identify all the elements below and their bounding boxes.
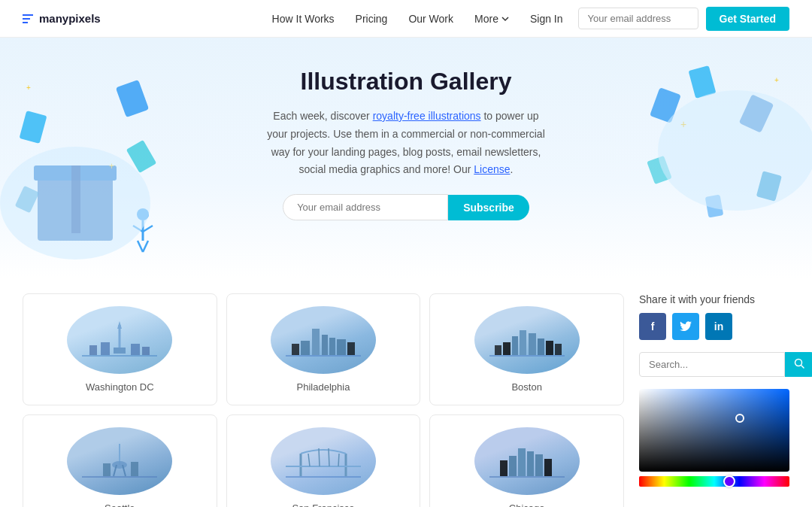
svg-rect-39 — [292, 344, 299, 355]
nav-how-it-works[interactable]: How It Works — [272, 13, 335, 25]
nav-links: How It Works Pricing Our Work More Sign … — [272, 13, 563, 25]
svg-line-9 — [133, 226, 143, 232]
royalty-free-link[interactable]: royalty-free illustrations — [373, 110, 481, 122]
svg-rect-40 — [347, 342, 355, 355]
svg-rect-50 — [82, 476, 157, 478]
svg-rect-67 — [527, 451, 534, 476]
search-button[interactable] — [785, 352, 812, 377]
svg-rect-70 — [500, 460, 508, 476]
svg-rect-41 — [489, 355, 565, 357]
svg-rect-19 — [647, 156, 671, 184]
nav-email-input[interactable] — [578, 8, 698, 29]
hero-email-input[interactable] — [283, 194, 448, 220]
svg-rect-44 — [529, 333, 536, 355]
hero-section: + + + + Illustration Gallery Each week, … — [0, 38, 812, 278]
card-image-san-francisco — [271, 427, 376, 495]
svg-rect-68 — [509, 456, 517, 476]
hero-title: Illustration Gallery — [15, 68, 797, 96]
card-label-seattle: Seattle — [105, 502, 135, 507]
svg-line-63 — [329, 448, 329, 466]
gallery-card-boston[interactable]: Boston — [429, 293, 624, 405]
svg-text:+: + — [109, 161, 114, 172]
svg-rect-46 — [503, 342, 511, 355]
svg-rect-34 — [312, 329, 320, 355]
svg-rect-66 — [518, 448, 526, 476]
svg-text:+: + — [680, 118, 686, 130]
facebook-share-button[interactable]: f — [639, 313, 666, 340]
svg-rect-47 — [546, 341, 553, 355]
svg-rect-1 — [34, 165, 117, 181]
svg-rect-57 — [286, 476, 361, 478]
card-image-washington-dc — [67, 306, 172, 374]
twitter-share-button[interactable] — [672, 313, 699, 340]
svg-rect-5 — [126, 140, 157, 173]
svg-rect-31 — [89, 345, 97, 355]
color-picker[interactable] — [639, 389, 789, 472]
hero-form: Subscribe — [15, 194, 797, 220]
svg-line-11 — [138, 241, 143, 252]
main-content: Washington DC Philadelphia — [0, 278, 812, 507]
svg-rect-55 — [103, 463, 111, 476]
svg-line-64 — [338, 454, 339, 466]
nav-get-started-button[interactable]: Get Started — [706, 7, 789, 31]
gallery-card-san-francisco[interactable]: San Francisco — [226, 414, 421, 507]
hero-description: Each week, discover royalty-free illustr… — [263, 108, 549, 179]
color-picker-gradient — [639, 389, 789, 472]
card-image-philadelphia — [271, 306, 376, 374]
linkedin-share-button[interactable]: in — [705, 313, 732, 340]
svg-point-52 — [112, 461, 127, 469]
card-image-seattle — [67, 427, 172, 495]
svg-rect-18 — [739, 94, 774, 133]
share-icons: f in — [639, 313, 789, 340]
svg-line-61 — [308, 454, 310, 466]
svg-rect-33 — [286, 355, 361, 357]
search-icon — [794, 358, 804, 369]
svg-rect-69 — [535, 454, 543, 476]
svg-rect-4 — [20, 111, 47, 144]
card-image-chicago — [474, 427, 580, 495]
gallery-card-chicago[interactable]: Chicago — [429, 414, 624, 507]
svg-line-62 — [319, 448, 320, 466]
gallery-section: Washington DC Philadelphia — [23, 293, 624, 507]
search-box — [639, 352, 789, 377]
card-label-chicago: Chicago — [509, 502, 545, 507]
svg-rect-65 — [489, 476, 565, 478]
svg-rect-49 — [555, 344, 562, 355]
svg-rect-38 — [337, 339, 346, 355]
nav-pricing[interactable]: Pricing — [356, 13, 388, 25]
logo-icon — [23, 14, 33, 23]
color-picker-handle[interactable] — [735, 414, 744, 423]
nav-more[interactable]: More — [474, 13, 509, 25]
svg-rect-48 — [495, 345, 501, 355]
logo[interactable]: manypixels — [23, 12, 101, 25]
share-box: Share it with your friends f in — [639, 293, 789, 340]
color-hue-handle[interactable] — [723, 475, 735, 487]
nav-sign-in[interactable]: Sign In — [530, 13, 563, 25]
card-label-washington-dc: Washington DC — [86, 381, 154, 393]
svg-rect-32 — [142, 347, 150, 355]
gallery-card-philadelphia[interactable]: Philadelphia — [226, 293, 421, 405]
gallery-card-seattle[interactable]: Seattle — [23, 414, 217, 507]
nav-our-work[interactable]: Our Work — [408, 13, 453, 25]
svg-rect-71 — [544, 459, 552, 476]
navbar: manypixels How It Works Pricing Our Work… — [0, 0, 812, 38]
card-label-san-francisco: San Francisco — [292, 502, 354, 507]
card-label-boston: Boston — [511, 381, 541, 393]
svg-rect-56 — [131, 462, 138, 476]
svg-rect-30 — [131, 344, 140, 355]
search-input[interactable] — [639, 352, 785, 377]
svg-point-24 — [658, 90, 812, 211]
svg-rect-35 — [322, 335, 328, 355]
gallery-card-washington-dc[interactable]: Washington DC — [23, 293, 217, 405]
svg-rect-29 — [101, 342, 110, 355]
color-hue-slider[interactable] — [639, 476, 789, 487]
svg-rect-43 — [512, 336, 518, 355]
svg-marker-27 — [117, 321, 122, 329]
svg-rect-28 — [114, 348, 126, 354]
card-label-philadelphia: Philadelphia — [297, 381, 350, 393]
twitter-icon — [680, 321, 692, 332]
svg-rect-36 — [329, 338, 335, 355]
svg-rect-42 — [520, 330, 526, 355]
subscribe-button[interactable]: Subscribe — [448, 195, 529, 220]
license-link[interactable]: License — [474, 163, 510, 175]
